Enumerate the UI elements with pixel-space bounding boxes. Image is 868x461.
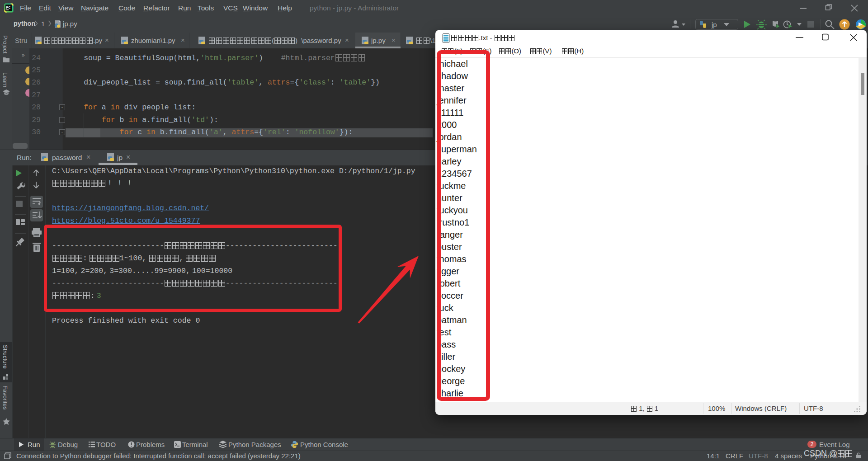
svg-text:PC: PC: [6, 6, 11, 9]
svg-text:jp: jp: [711, 21, 717, 28]
